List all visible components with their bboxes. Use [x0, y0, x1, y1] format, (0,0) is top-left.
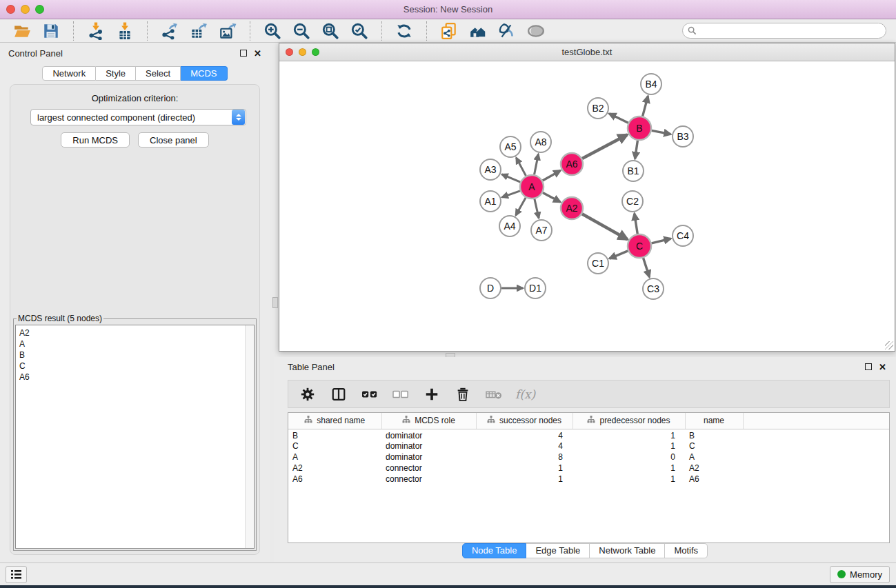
graph-edge-C-C1[interactable]: [610, 251, 628, 258]
graph-node-B4[interactable]: B4: [641, 74, 661, 94]
mcds-result-item[interactable]: A2: [16, 327, 254, 338]
graph-node-C3[interactable]: C3: [643, 278, 664, 299]
graph-edge-B-B3[interactable]: [652, 130, 671, 134]
graph-edge-B-B4[interactable]: [643, 96, 648, 116]
table-cell[interactable]: A: [685, 452, 743, 463]
column-header-MCDS-role[interactable]: MCDS role: [381, 413, 476, 429]
optimization-criterion-dropdown[interactable]: largest connected component (directed): [30, 109, 246, 125]
graph-node-D[interactable]: D: [480, 278, 501, 298]
close-table-panel-icon[interactable]: ✕: [879, 363, 886, 371]
table-cell[interactable]: A2: [685, 463, 743, 474]
mcds-result-item[interactable]: C: [16, 361, 254, 372]
graph-node-A4[interactable]: A4: [499, 216, 520, 236]
graph-node-A[interactable]: A: [520, 175, 544, 199]
export-network-icon[interactable]: [160, 21, 179, 41]
vertical-split-handle[interactable]: [272, 297, 278, 308]
graph-node-A5[interactable]: A5: [500, 136, 521, 157]
float-table-panel-icon[interactable]: [865, 363, 872, 370]
graph-edge-C-C3[interactable]: [644, 258, 650, 277]
graph-edge-A-A1[interactable]: [502, 191, 520, 197]
show-columns-icon[interactable]: [329, 385, 348, 404]
graph-node-A7[interactable]: A7: [531, 220, 552, 241]
table-cell[interactable]: B: [685, 429, 743, 440]
graph-edge-A-A7[interactable]: [535, 199, 539, 219]
float-panel-icon[interactable]: [240, 50, 247, 57]
column-header-shared-name[interactable]: shared name: [288, 413, 381, 429]
network-maximize-button[interactable]: [312, 48, 319, 56]
table-cell[interactable]: B: [288, 429, 381, 440]
zoom-in-icon[interactable]: [263, 21, 282, 41]
graph-edge-C-C2[interactable]: [635, 214, 638, 234]
memory-button[interactable]: Memory: [830, 566, 890, 583]
resize-grip-icon[interactable]: [885, 341, 893, 349]
mcds-result-item[interactable]: B: [16, 349, 254, 361]
table-cell[interactable]: 1: [476, 474, 573, 485]
show-hide-icon[interactable]: [526, 21, 546, 41]
close-panel-icon[interactable]: ✕: [254, 50, 261, 57]
graph-node-A2[interactable]: A2: [561, 197, 583, 219]
tab-style[interactable]: Style: [96, 66, 136, 81]
zoom-fit-icon[interactable]: [321, 21, 340, 41]
table-cell[interactable]: dominator: [381, 429, 476, 440]
table-cell[interactable]: A6: [685, 474, 743, 485]
select-all-checkboxes-icon[interactable]: [360, 385, 379, 404]
graph-node-C4[interactable]: C4: [673, 225, 693, 246]
table-cell[interactable]: 1: [573, 440, 685, 452]
network-minimize-button[interactable]: [299, 48, 306, 56]
graph-node-A8[interactable]: A8: [530, 132, 551, 152]
tab-network-table[interactable]: Network Table: [590, 543, 665, 558]
column-header-name[interactable]: name: [685, 413, 743, 429]
close-panel-button[interactable]: Close panel: [138, 132, 209, 148]
graph-node-C1[interactable]: C1: [588, 253, 608, 274]
table-cell[interactable]: A6: [288, 474, 381, 485]
table-cell[interactable]: A2: [288, 463, 381, 474]
graph-node-B3[interactable]: B3: [673, 126, 693, 147]
run-mcds-button[interactable]: Run MCDS: [61, 132, 130, 148]
tab-motifs[interactable]: Motifs: [665, 543, 708, 558]
table-row[interactable]: A6connector11A6: [288, 474, 889, 485]
graph-edge-C-C4[interactable]: [652, 239, 671, 243]
table-cell[interactable]: connector: [381, 474, 476, 485]
graph-edge-A2-C[interactable]: [582, 214, 628, 239]
mcds-result-item[interactable]: A6: [16, 372, 254, 383]
export-table-icon[interactable]: [189, 21, 208, 41]
table-cell[interactable]: A: [288, 452, 381, 463]
network-close-button[interactable]: [286, 48, 293, 56]
deselect-all-checkboxes-icon[interactable]: [391, 385, 410, 404]
close-window-button[interactable]: [6, 5, 15, 14]
graph-edge-A-A5[interactable]: [516, 158, 526, 176]
table-cell[interactable]: dominator: [381, 452, 476, 463]
home-layout-icon[interactable]: [468, 21, 488, 41]
table-cell[interactable]: 8: [476, 452, 573, 463]
column-header-predecessor-nodes[interactable]: predecessor nodes: [573, 413, 685, 429]
graph-edge-A-A2[interactable]: [543, 192, 560, 202]
mcds-result-item[interactable]: A: [16, 338, 254, 349]
tab-select[interactable]: Select: [136, 66, 181, 81]
graph-edge-A6-B[interactable]: [582, 134, 627, 159]
graph-node-D1[interactable]: D1: [525, 278, 546, 298]
save-session-icon[interactable]: [41, 21, 61, 41]
table-cell[interactable]: 1: [476, 463, 573, 474]
graph-edge-A-A8[interactable]: [535, 154, 539, 175]
table-cell[interactable]: 4: [476, 429, 573, 440]
table-cell[interactable]: 1: [573, 474, 685, 485]
tab-node-table[interactable]: Node Table: [462, 543, 527, 558]
graph-node-B1[interactable]: B1: [623, 161, 644, 181]
graph-node-A6[interactable]: A6: [561, 153, 583, 175]
refresh-view-icon[interactable]: [395, 21, 414, 41]
graph-node-C2[interactable]: C2: [622, 191, 643, 212]
import-table-icon[interactable]: [115, 21, 135, 41]
function-builder-icon[interactable]: f(x): [515, 387, 535, 401]
table-row[interactable]: Cdominator41C: [288, 440, 889, 452]
add-column-icon[interactable]: [422, 385, 441, 404]
tab-network[interactable]: Network: [42, 66, 96, 81]
column-header-successor-nodes[interactable]: successor nodes: [476, 413, 573, 429]
graph-node-B[interactable]: B: [628, 116, 651, 140]
result-scrollbar[interactable]: [245, 325, 254, 548]
graph-edge-A-A3[interactable]: [502, 174, 521, 182]
delete-table-icon[interactable]: [484, 385, 504, 404]
tab-edge-table[interactable]: Edge Table: [526, 543, 590, 558]
delete-column-icon[interactable]: [453, 385, 472, 404]
zoom-out-icon[interactable]: [292, 21, 311, 41]
table-cell[interactable]: C: [288, 440, 381, 452]
